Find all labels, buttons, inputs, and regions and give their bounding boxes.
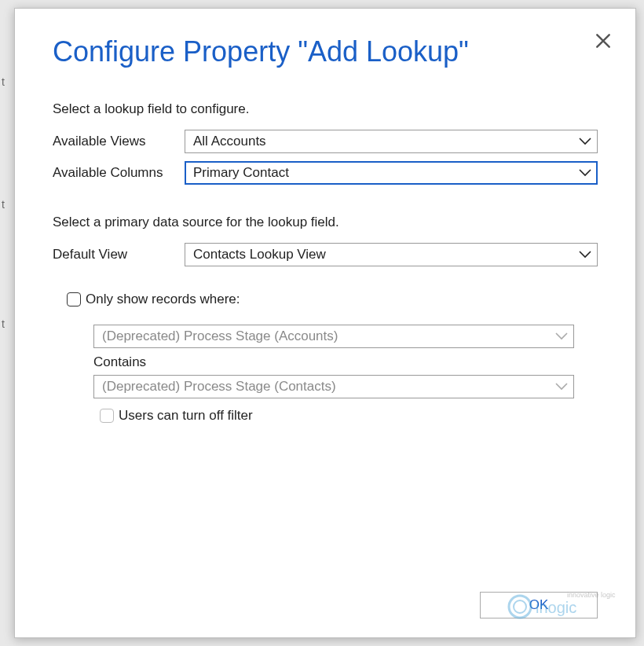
users-turn-off-checkbox: [100, 409, 114, 423]
available-views-label: Available Views: [53, 134, 185, 149]
filter-target-field-select: (Deprecated) Process Stage (Contacts): [93, 375, 574, 398]
default-view-label: Default View: [53, 247, 185, 262]
available-views-select[interactable]: All Accounts: [185, 130, 598, 153]
filter-source-field-value: (Deprecated) Process Stage (Accounts): [102, 329, 338, 344]
bg-fragment: t: [2, 198, 5, 211]
available-views-value: All Accounts: [193, 134, 266, 149]
close-icon[interactable]: [595, 32, 612, 50]
only-show-records-checkbox[interactable]: [67, 292, 81, 306]
dialog-title: Configure Property "Add Lookup": [53, 35, 598, 68]
available-views-row: Available Views All Accounts: [53, 130, 598, 153]
filter-source-field-select: (Deprecated) Process Stage (Accounts): [93, 325, 574, 348]
ok-button[interactable]: OK: [480, 592, 598, 618]
available-columns-select[interactable]: Primary Contact: [185, 161, 598, 185]
available-columns-row: Available Columns Primary Contact: [53, 161, 598, 185]
ok-button-label: OK: [529, 597, 549, 613]
dialog-footer: OK: [53, 592, 598, 618]
users-turn-off-label: Users can turn off filter: [119, 408, 253, 424]
only-show-records-label: Only show records where:: [86, 292, 240, 307]
available-columns-value: Primary Contact: [193, 165, 289, 181]
users-turn-off-row: Users can turn off filter: [100, 408, 574, 424]
bg-fragment: t: [2, 317, 5, 330]
only-show-records-row: Only show records where:: [67, 292, 598, 307]
filter-inner: (Deprecated) Process Stage (Accounts) Co…: [93, 325, 574, 424]
default-view-value: Contacts Lookup View: [193, 247, 326, 262]
configure-property-dialog: Configure Property "Add Lookup" Select a…: [14, 8, 636, 638]
filter-block: Only show records where: (Deprecated) Pr…: [67, 292, 598, 424]
available-columns-label: Available Columns: [53, 165, 185, 181]
default-view-row: Default View Contacts Lookup View: [53, 243, 598, 266]
default-view-select[interactable]: Contacts Lookup View: [185, 243, 598, 266]
section-intro-datasource: Select a primary data source for the loo…: [53, 215, 598, 230]
section-intro-lookup: Select a lookup field to configure.: [53, 101, 598, 117]
bg-fragment: t: [2, 75, 5, 88]
contains-label: Contains: [93, 354, 574, 370]
filter-target-field-value: (Deprecated) Process Stage (Contacts): [102, 379, 336, 395]
